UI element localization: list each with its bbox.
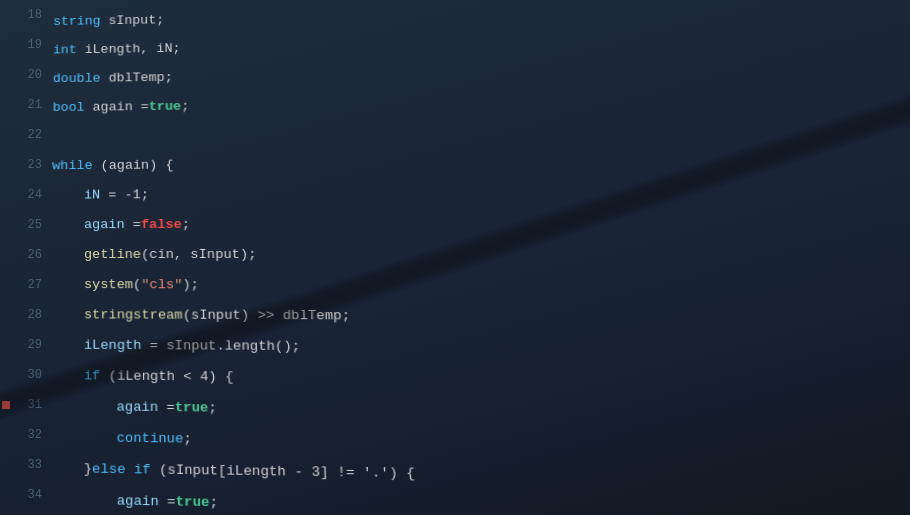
code-line-24: iN = -1; [52,176,910,210]
line-numbers: 18 19 20 21 22 23 24 25 26 27 28 29 30 3… [0,0,52,515]
line-number-25: 25 [0,210,42,240]
code-line-23: while (again) { [52,145,910,181]
code-area: string sInput; int iLength, iN; double d… [51,0,910,515]
code-line-26: getline(cin, sInput); [52,239,910,271]
line-number-18: 18 [0,0,42,30]
line-number-31: 31 [0,390,42,420]
line-number-23: 23 [0,150,42,180]
line-number-24: 24 [0,180,42,210]
line-number-33: 33 [0,450,42,480]
line-number-29: 29 [0,330,42,360]
code-line-27: system("cls"); [52,270,910,303]
code-line-28: stringstream(sInput) >> dblTemp; [52,300,910,335]
line-number-32: 32 [0,420,42,450]
bookmark-31 [2,401,10,409]
editor-container: 18 19 20 21 22 23 24 25 26 27 28 29 30 3… [0,0,910,515]
line-number-19: 19 [0,30,42,60]
line-number-28: 28 [0,300,42,330]
line-number-30: 30 [0,360,42,390]
line-number-20: 20 [0,60,42,90]
line-number-21: 21 [0,90,42,120]
code-line-25: again = false; [52,208,910,240]
line-number-22: 22 [0,120,42,150]
line-number-35: 35 [0,510,42,515]
line-number-27: 27 [0,270,42,300]
line-number-26: 26 [0,240,42,270]
line-number-34: 34 [0,480,42,510]
